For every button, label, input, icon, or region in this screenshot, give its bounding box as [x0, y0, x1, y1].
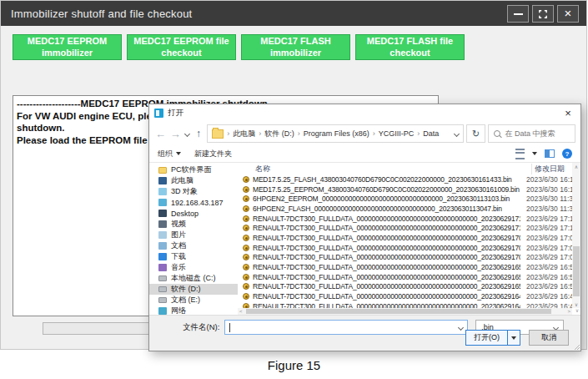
sidebar-item[interactable]: 音乐: [149, 262, 238, 273]
dialog-close-button[interactable]: ×: [555, 104, 580, 122]
file-row[interactable]: RENAULT-7DCT300_FULLDATA_000000000000000…: [238, 253, 572, 263]
file-row[interactable]: RENAULT-7DCT300_FULLDATA_000000000000000…: [238, 301, 572, 308]
file-name: RENAULT-7DCT300_FULLDATA_000000000000000…: [253, 215, 520, 223]
search-icon: [494, 130, 500, 137]
action-button-line2: immobilizer: [42, 48, 93, 59]
file-row[interactable]: RENAULT-7DCT300_FULLDATA_000000000000000…: [238, 233, 572, 243]
file-name: RENAULT-7DCT300_FULLDATA_000000000000000…: [253, 282, 520, 291]
breadcrumb-item[interactable]: Data: [415, 129, 440, 138]
list-view-icon[interactable]: [515, 149, 525, 159]
action-button-line2: checkout: [161, 48, 201, 59]
filename-input[interactable]: [224, 320, 468, 335]
sidebar-item-label: 下载: [171, 251, 186, 262]
sidebar-item[interactable]: PC软件界面: [149, 164, 238, 175]
view-chevron-icon[interactable]: [532, 152, 537, 155]
file-row[interactable]: RENAULT-7DCT300_FULLDATA_000000000000000…: [238, 243, 572, 253]
sidebar-item-icon: [158, 286, 167, 292]
sidebar-item[interactable]: 视频: [149, 219, 238, 230]
breadcrumb-item[interactable]: 此电脑: [225, 129, 257, 139]
file-row[interactable]: RENAULT-7DCT300_FULLDATA_000000000000000…: [238, 262, 572, 272]
new-folder-button[interactable]: 新建文件夹: [194, 149, 232, 159]
scroll-left-icon[interactable]: <: [239, 309, 243, 314]
file-row[interactable]: MED17.5.25_EEPROM_438003040760D6790C0C00…: [238, 184, 572, 195]
action-button-line2: checkout: [389, 48, 430, 59]
sidebar-item[interactable]: 下载: [149, 251, 238, 262]
app-title: Immobilizer shutoff and file checkout: [11, 8, 192, 20]
address-bar[interactable]: 此电脑 软件 (D:) Program Files (x86) YCGIII-P…: [207, 124, 463, 143]
column-header-name[interactable]: 名称: [255, 164, 531, 174]
bin-file-icon: [243, 195, 249, 202]
action-button[interactable]: MEDC17 EEPROM immobilizer: [13, 34, 122, 60]
close-icon: ×: [565, 107, 571, 119]
sidebar-item[interactable]: 本地磁盘 (C:): [149, 273, 238, 284]
refresh-button[interactable]: ↻: [466, 124, 486, 143]
breadcrumb-item[interactable]: Program Files (x86): [296, 129, 371, 138]
sidebar-item[interactable]: 3D 对象: [149, 186, 238, 197]
file-name: RENAULT-7DCT300_FULLDATA_000000000000000…: [253, 253, 520, 261]
chevron-down-icon: [176, 152, 181, 155]
search-placeholder: 在 Data 中搜索: [505, 129, 555, 139]
file-row[interactable]: 6HPGEN2_EEPROM_0000000000000000000000000…: [238, 194, 572, 204]
organize-label: 组织: [158, 149, 173, 159]
search-input[interactable]: 在 Data 中搜索: [488, 124, 575, 143]
open-button[interactable]: 打开(O): [465, 330, 520, 346]
sidebar-item[interactable]: 软件 (D:): [149, 284, 238, 295]
sidebar-item-icon: [158, 167, 167, 174]
up-button[interactable]: ↑: [193, 128, 205, 139]
maximize-button[interactable]: [532, 5, 554, 23]
file-row[interactable]: RENAULT-7DCT300_FULLDATA_000000000000000…: [238, 291, 572, 301]
vertical-scrollbar[interactable]: ∧ ∨: [572, 163, 580, 308]
file-row[interactable]: 6HPGEN2_FLASH_00000000000000000000000000…: [238, 204, 572, 214]
sidebar-item[interactable]: 文档 (E:): [149, 295, 238, 306]
forward-button[interactable]: →: [169, 128, 182, 140]
history-chevron-icon[interactable]: [183, 130, 189, 136]
chevron-down-icon[interactable]: [458, 324, 464, 330]
resize-grip[interactable]: [574, 344, 580, 350]
horizontal-scroll-thumb[interactable]: [246, 309, 551, 314]
scroll-right-icon[interactable]: >: [567, 309, 570, 314]
open-file-dialog: 打开 × ← → ↑ 此电脑 软件 (D:) Program Files (x8…: [148, 104, 581, 351]
file-row[interactable]: MED17.5.25_FLASH_438003040760D6790C0C002…: [238, 174, 572, 184]
breadcrumb-item[interactable]: 软件 (D:): [257, 129, 296, 139]
file-date: 2023/6/29 16:5: [524, 273, 572, 281]
file-row[interactable]: RENAULT-7DCT300_FULLDATA_000000000000000…: [238, 223, 572, 233]
dialog-titlebar[interactable]: 打开: [149, 104, 580, 122]
close-button[interactable]: ×: [557, 5, 579, 23]
app-titlebar[interactable]: Immobilizer shutoff and file checkout ×: [1, 1, 586, 26]
preview-pane-icon[interactable]: [545, 149, 555, 158]
action-button[interactable]: MEDC17 FLASH file checkout: [355, 34, 465, 60]
action-button[interactable]: MEDC17 FLASH immobilizer: [241, 34, 350, 60]
file-row[interactable]: RENAULT-7DCT300_FULLDATA_000000000000000…: [238, 282, 572, 292]
sidebar-item-label: 图片: [171, 230, 186, 240]
organize-button[interactable]: 组织: [158, 149, 181, 159]
horizontal-scrollbar[interactable]: < >: [238, 308, 572, 315]
action-button[interactable]: MEDC17 EEPROM file checkout: [127, 34, 236, 60]
sidebar-item-label: 网络: [171, 306, 186, 315]
bin-file-icon: [243, 274, 249, 280]
close-icon: ×: [565, 7, 572, 19]
sidebar-item[interactable]: 图片: [149, 230, 238, 240]
back-button[interactable]: ←: [154, 128, 167, 140]
cancel-button[interactable]: 取消: [529, 330, 569, 346]
sidebar-item[interactable]: 文档: [149, 240, 238, 251]
minimize-button[interactable]: [507, 5, 529, 23]
scroll-down-icon[interactable]: ∨: [575, 301, 578, 307]
open-button-label: 打开(O): [466, 331, 507, 345]
file-name: RENAULT-7DCT300_FULLDATA_000000000000000…: [253, 302, 520, 308]
scroll-up-icon[interactable]: ∧: [575, 164, 578, 169]
file-date: 2023/6/30 11:3: [524, 205, 572, 213]
sidebar-item[interactable]: 192.168.43.187: [149, 197, 238, 208]
vertical-scroll-thumb[interactable]: [573, 246, 580, 296]
chevron-down-icon[interactable]: [454, 130, 460, 136]
sidebar-item[interactable]: 此电脑: [149, 175, 238, 186]
file-name: MED17.5.25_FLASH_438003040760D6790C0C002…: [253, 175, 520, 184]
chevron-down-icon: [511, 336, 516, 340]
breadcrumb-item[interactable]: YCGIII-PC: [371, 129, 416, 138]
sidebar-item[interactable]: Desktop: [149, 208, 238, 219]
bin-file-icon: [243, 293, 249, 300]
sidebar-item[interactable]: 网络: [149, 306, 238, 315]
file-row[interactable]: RENAULT-7DCT300_FULLDATA_000000000000000…: [238, 214, 572, 224]
open-split-arrow[interactable]: [507, 331, 520, 345]
file-row[interactable]: RENAULT-7DCT300_FULLDATA_000000000000000…: [238, 272, 572, 282]
help-icon[interactable]: ?: [562, 149, 572, 159]
